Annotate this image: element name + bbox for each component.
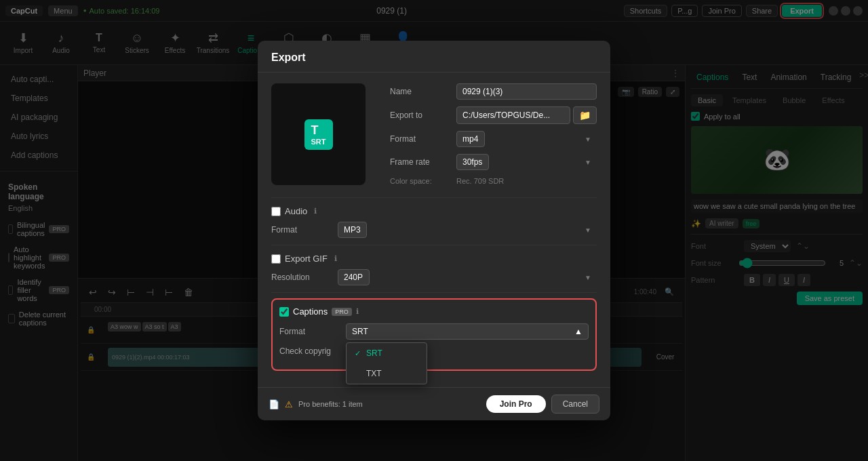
gif-section-header: Export GIF ℹ [271, 254, 597, 264]
modal-title: Export [271, 52, 306, 63]
modal-body: T SRT Name Export to [258, 73, 610, 387]
frame-rate-chevron-icon: ▼ [585, 159, 591, 166]
frame-rate-select[interactable]: 30fps 24fps 60fps [456, 154, 489, 170]
gif-resolution-select-wrapper: 240P 480P ▼ [338, 269, 597, 285]
audio-format-select[interactable]: MP3 [338, 222, 367, 238]
txt-option-label: TXT [366, 369, 382, 378]
captions-format-select-wrapper: SRT ▲ ✓ SRT ✓ TXT [346, 323, 589, 340]
captions-checkbox[interactable] [279, 307, 289, 317]
audio-format-row: Format MP3 ▼ [271, 222, 597, 238]
captions-section: Captions PRO ℹ Format SRT ▲ [271, 298, 597, 371]
modal-backdrop: Export T SRT Name [0, 0, 868, 461]
dropdown-option-txt[interactable]: ✓ TXT [347, 363, 427, 384]
captions-format-dropdown: ✓ SRT ✓ TXT [346, 342, 427, 384]
modal-top-section: T SRT Name Export to [271, 83, 597, 192]
join-pro-footer-button[interactable]: Join Pro [486, 395, 546, 413]
gif-checkbox[interactable] [271, 254, 281, 264]
export-to-input-group: 📁 [456, 106, 597, 124]
audio-format-label: Format [271, 225, 332, 235]
export-to-label: Export to [390, 111, 451, 120]
check-copyright-label: Check copyrig [279, 346, 340, 356]
form-section: Name Export to 📁 Format [390, 83, 597, 192]
format-chevron-icon: ▼ [585, 136, 591, 143]
gif-resolution-select[interactable]: 240P 480P [338, 269, 370, 285]
format-row: Format mp4 mov avi ▼ [390, 131, 597, 147]
captions-info-icon[interactable]: ℹ [356, 307, 359, 316]
captions-format-value: SRT [352, 327, 368, 336]
color-space-label: Color space: [390, 177, 451, 185]
gif-resolution-label: Resolution [271, 273, 332, 282]
srt-file-icon: T SRT [304, 119, 333, 150]
footer-file-icon: 📄 [269, 399, 279, 409]
captions-format-chevron-icon: ▲ [574, 327, 583, 336]
frame-rate-select-wrapper: 30fps 24fps 60fps ▼ [456, 154, 597, 170]
format-select-wrapper: mp4 mov avi ▼ [456, 131, 597, 147]
color-space-value: Rec. 709 SDR [456, 177, 504, 185]
frame-rate-row: Frame rate 30fps 24fps 60fps ▼ [390, 154, 597, 170]
srt-option-label: SRT [366, 348, 382, 358]
captions-format-label: Format [279, 327, 340, 336]
captions-format-row: Format SRT ▲ ✓ SRT [279, 323, 589, 340]
audio-title: Audio [285, 206, 307, 216]
name-label: Name [390, 87, 451, 96]
audio-checkbox[interactable] [271, 207, 281, 216]
name-input[interactable] [456, 83, 597, 100]
footer-warning-icon: ⚠ [285, 399, 293, 409]
modal-header: Export [258, 41, 610, 73]
export-to-row: Export to 📁 [390, 106, 597, 124]
folder-browse-button[interactable]: 📁 [573, 106, 597, 124]
gif-resolution-row: Resolution 240P 480P ▼ [271, 269, 597, 285]
export-modal: Export T SRT Name [258, 41, 610, 420]
gif-title: Export GIF [285, 254, 328, 264]
export-to-input[interactable] [456, 106, 570, 124]
frame-rate-label: Frame rate [390, 157, 451, 167]
audio-format-chevron-icon: ▼ [585, 226, 591, 234]
name-row: Name [390, 83, 597, 100]
dropdown-option-srt[interactable]: ✓ SRT [347, 343, 427, 363]
captions-pro-badge: PRO [332, 308, 352, 316]
captions-title: Captions [293, 306, 328, 317]
audio-section-header: Audio ℹ [271, 206, 597, 216]
modal-footer: 📄 ⚠ Pro benefits: 1 item Join Pro Cancel [258, 387, 610, 420]
check-copyright-row: Check copyrig [279, 346, 589, 356]
footer-pro-benefits-label: Pro benefits: 1 item [298, 400, 363, 408]
color-space-row: Color space: Rec. 709 SDR [390, 177, 597, 185]
audio-info-icon[interactable]: ℹ [314, 207, 317, 216]
srt-check-icon: ✓ [355, 349, 361, 358]
format-label: Format [390, 134, 451, 144]
export-preview: T SRT [271, 83, 366, 185]
captions-format-select[interactable]: SRT ▲ [346, 323, 589, 340]
gif-info-icon[interactable]: ℹ [334, 254, 337, 263]
gif-resolution-chevron-icon: ▼ [585, 274, 591, 281]
cancel-button[interactable]: Cancel [551, 395, 599, 414]
format-select[interactable]: mp4 mov avi [456, 131, 485, 147]
captions-section-header: Captions PRO ℹ [279, 306, 589, 317]
srt-icon-container: T SRT [304, 119, 333, 150]
audio-format-select-wrapper: MP3 ▼ [338, 222, 597, 238]
